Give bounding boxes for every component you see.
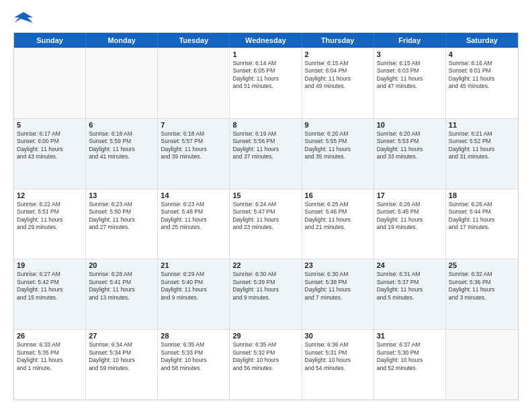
day-number: 29	[232, 332, 298, 340]
day-number: 31	[377, 332, 443, 340]
day-number: 20	[89, 261, 154, 269]
calendar-cell: 6Sunrise: 6:18 AMSunset: 5:59 PMDaylight…	[86, 119, 158, 189]
cell-sun-info: Sunrise: 6:18 AMSunset: 5:57 PMDaylight:…	[161, 130, 226, 161]
cell-sun-info: Sunrise: 6:22 AMSunset: 5:51 PMDaylight:…	[17, 201, 83, 232]
cell-sun-info: Sunrise: 6:16 AMSunset: 6:01 PMDaylight:…	[449, 60, 515, 91]
calendar-row-1: 1Sunrise: 6:14 AMSunset: 6:05 PMDaylight…	[14, 48, 518, 118]
day-number: 17	[377, 191, 443, 199]
cell-sun-info: Sunrise: 6:37 AMSunset: 5:30 PMDaylight:…	[377, 341, 443, 372]
header	[13, 11, 519, 24]
weekday-header-friday: Friday	[374, 33, 446, 48]
cell-sun-info: Sunrise: 6:21 AMSunset: 5:52 PMDaylight:…	[449, 130, 515, 161]
calendar-row-3: 12Sunrise: 6:22 AMSunset: 5:51 PMDayligh…	[14, 189, 518, 259]
day-number: 14	[161, 191, 226, 199]
day-number: 30	[305, 332, 371, 340]
weekday-header-monday: Monday	[86, 33, 158, 48]
cell-sun-info: Sunrise: 6:23 AMSunset: 5:50 PMDaylight:…	[89, 201, 154, 232]
calendar: SundayMondayTuesdayWednesdayThursdayFrid…	[13, 32, 519, 400]
cell-sun-info: Sunrise: 6:30 AMSunset: 5:38 PMDaylight:…	[305, 271, 371, 302]
calendar-cell: 17Sunrise: 6:26 AMSunset: 5:45 PMDayligh…	[374, 189, 446, 259]
calendar-cell: 27Sunrise: 6:34 AMSunset: 5:34 PMDayligh…	[86, 330, 158, 400]
calendar-cell: 18Sunrise: 6:26 AMSunset: 5:44 PMDayligh…	[446, 189, 518, 259]
calendar-row-5: 26Sunrise: 6:33 AMSunset: 5:35 PMDayligh…	[14, 329, 518, 400]
cell-sun-info: Sunrise: 6:17 AMSunset: 6:00 PMDaylight:…	[17, 130, 83, 161]
day-number: 23	[305, 261, 371, 269]
calendar-cell: 21Sunrise: 6:29 AMSunset: 5:40 PMDayligh…	[158, 259, 230, 329]
calendar-cell: 1Sunrise: 6:14 AMSunset: 6:05 PMDaylight…	[230, 48, 302, 118]
day-number: 21	[161, 261, 226, 269]
weekday-header-thursday: Thursday	[302, 33, 374, 48]
cell-sun-info: Sunrise: 6:23 AMSunset: 5:48 PMDaylight:…	[161, 201, 226, 232]
calendar-cell: 7Sunrise: 6:18 AMSunset: 5:57 PMDaylight…	[158, 119, 230, 189]
day-number: 12	[17, 191, 83, 199]
calendar-cell: 15Sunrise: 6:24 AMSunset: 5:47 PMDayligh…	[230, 189, 302, 259]
cell-sun-info: Sunrise: 6:25 AMSunset: 5:46 PMDaylight:…	[305, 201, 371, 232]
cell-sun-info: Sunrise: 6:24 AMSunset: 5:47 PMDaylight:…	[232, 201, 298, 232]
calendar-cell: 11Sunrise: 6:21 AMSunset: 5:52 PMDayligh…	[446, 119, 518, 189]
day-number: 2	[305, 50, 371, 58]
calendar-cell: 16Sunrise: 6:25 AMSunset: 5:46 PMDayligh…	[302, 189, 374, 259]
cell-sun-info: Sunrise: 6:18 AMSunset: 5:59 PMDaylight:…	[89, 130, 154, 161]
day-number: 15	[232, 191, 298, 199]
calendar-cell: 3Sunrise: 6:15 AMSunset: 6:03 PMDaylight…	[374, 48, 446, 118]
calendar-cell: 28Sunrise: 6:35 AMSunset: 5:33 PMDayligh…	[158, 330, 230, 400]
weekday-header-sunday: Sunday	[14, 33, 86, 48]
calendar-cell: 8Sunrise: 6:19 AMSunset: 5:56 PMDaylight…	[230, 119, 302, 189]
day-number: 11	[449, 121, 515, 129]
weekday-header-saturday: Saturday	[446, 33, 518, 48]
day-number: 18	[449, 191, 515, 199]
calendar-row-4: 19Sunrise: 6:27 AMSunset: 5:42 PMDayligh…	[14, 259, 518, 329]
day-number: 10	[377, 121, 443, 129]
cell-sun-info: Sunrise: 6:29 AMSunset: 5:40 PMDaylight:…	[161, 271, 226, 302]
calendar-header: SundayMondayTuesdayWednesdayThursdayFrid…	[14, 33, 518, 48]
cell-sun-info: Sunrise: 6:31 AMSunset: 5:37 PMDaylight:…	[377, 271, 443, 302]
cell-sun-info: Sunrise: 6:20 AMSunset: 5:53 PMDaylight:…	[377, 130, 443, 161]
day-number: 22	[232, 261, 298, 269]
calendar-cell: 2Sunrise: 6:15 AMSunset: 6:04 PMDaylight…	[302, 48, 374, 118]
cell-sun-info: Sunrise: 6:26 AMSunset: 5:44 PMDaylight:…	[449, 201, 515, 232]
cell-sun-info: Sunrise: 6:30 AMSunset: 5:39 PMDaylight:…	[232, 271, 298, 302]
cell-sun-info: Sunrise: 6:15 AMSunset: 6:04 PMDaylight:…	[305, 60, 371, 91]
calendar-cell: 31Sunrise: 6:37 AMSunset: 5:30 PMDayligh…	[374, 330, 446, 400]
day-number: 4	[449, 50, 515, 58]
cell-sun-info: Sunrise: 6:33 AMSunset: 5:35 PMDaylight:…	[17, 341, 83, 372]
cell-sun-info: Sunrise: 6:27 AMSunset: 5:42 PMDaylight:…	[17, 271, 83, 302]
calendar-cell	[86, 48, 158, 118]
calendar-cell: 30Sunrise: 6:36 AMSunset: 5:31 PMDayligh…	[302, 330, 374, 400]
day-number: 26	[17, 332, 83, 340]
cell-sun-info: Sunrise: 6:19 AMSunset: 5:56 PMDaylight:…	[232, 130, 298, 161]
calendar-cell	[14, 48, 86, 118]
svg-marker-0	[14, 12, 33, 23]
day-number: 1	[232, 50, 298, 58]
day-number: 19	[17, 261, 83, 269]
day-number: 9	[305, 121, 371, 129]
cell-sun-info: Sunrise: 6:36 AMSunset: 5:31 PMDaylight:…	[305, 341, 371, 372]
day-number: 7	[161, 121, 226, 129]
calendar-cell: 14Sunrise: 6:23 AMSunset: 5:48 PMDayligh…	[158, 189, 230, 259]
cell-sun-info: Sunrise: 6:35 AMSunset: 5:32 PMDaylight:…	[232, 341, 298, 372]
cell-sun-info: Sunrise: 6:20 AMSunset: 5:55 PMDaylight:…	[305, 130, 371, 161]
cell-sun-info: Sunrise: 6:26 AMSunset: 5:45 PMDaylight:…	[377, 201, 443, 232]
calendar-body: 1Sunrise: 6:14 AMSunset: 6:05 PMDaylight…	[14, 48, 518, 400]
calendar-cell: 12Sunrise: 6:22 AMSunset: 5:51 PMDayligh…	[14, 189, 86, 259]
day-number: 27	[89, 332, 154, 340]
calendar-cell: 24Sunrise: 6:31 AMSunset: 5:37 PMDayligh…	[374, 259, 446, 329]
calendar-cell: 19Sunrise: 6:27 AMSunset: 5:42 PMDayligh…	[14, 259, 86, 329]
cell-sun-info: Sunrise: 6:34 AMSunset: 5:34 PMDaylight:…	[89, 341, 154, 372]
cell-sun-info: Sunrise: 6:15 AMSunset: 6:03 PMDaylight:…	[377, 60, 443, 91]
calendar-cell: 4Sunrise: 6:16 AMSunset: 6:01 PMDaylight…	[446, 48, 518, 118]
calendar-cell: 10Sunrise: 6:20 AMSunset: 5:53 PMDayligh…	[374, 119, 446, 189]
cell-sun-info: Sunrise: 6:28 AMSunset: 5:41 PMDaylight:…	[89, 271, 154, 302]
cell-sun-info: Sunrise: 6:32 AMSunset: 5:36 PMDaylight:…	[449, 271, 515, 302]
day-number: 13	[89, 191, 154, 199]
cell-sun-info: Sunrise: 6:35 AMSunset: 5:33 PMDaylight:…	[161, 341, 226, 372]
day-number: 6	[89, 121, 154, 129]
calendar-row-2: 5Sunrise: 6:17 AMSunset: 6:00 PMDaylight…	[14, 118, 518, 189]
calendar-cell: 20Sunrise: 6:28 AMSunset: 5:41 PMDayligh…	[86, 259, 158, 329]
logo	[13, 11, 34, 24]
calendar-cell: 26Sunrise: 6:33 AMSunset: 5:35 PMDayligh…	[14, 330, 86, 400]
day-number: 25	[449, 261, 515, 269]
day-number: 5	[17, 121, 83, 129]
calendar-cell	[446, 330, 518, 400]
calendar-cell: 22Sunrise: 6:30 AMSunset: 5:39 PMDayligh…	[230, 259, 302, 329]
